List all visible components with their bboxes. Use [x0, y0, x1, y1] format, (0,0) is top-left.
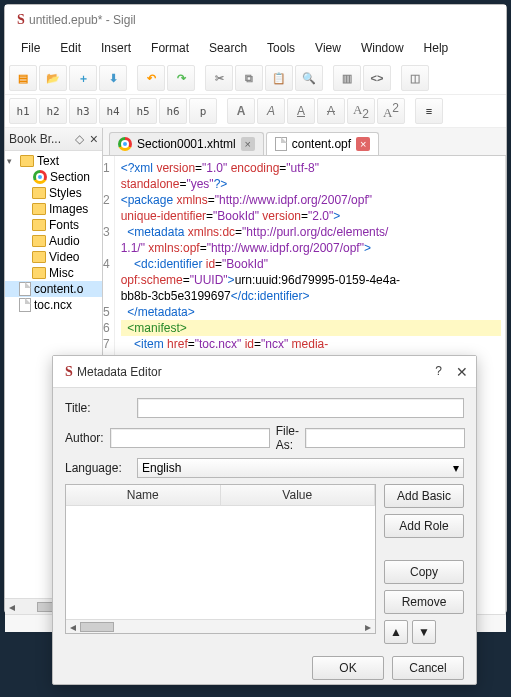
tree-item-text[interactable]: ▾Text [5, 153, 102, 169]
folder-icon [32, 235, 46, 247]
italic-button[interactable]: A [257, 98, 285, 124]
help-icon[interactable]: ? [435, 364, 442, 380]
tree-item-tocncx[interactable]: toc.ncx [5, 297, 102, 313]
h6-button[interactable]: h6 [159, 98, 187, 124]
cancel-button[interactable]: Cancel [392, 656, 464, 680]
bold-button[interactable]: A [227, 98, 255, 124]
add-basic-button[interactable]: Add Basic [384, 484, 464, 508]
close-icon[interactable]: ✕ [456, 364, 468, 380]
h2-button[interactable]: h2 [39, 98, 67, 124]
h4-button[interactable]: h4 [99, 98, 127, 124]
menu-window[interactable]: Window [351, 38, 414, 58]
menu-insert[interactable]: Insert [91, 38, 141, 58]
tree-item-audio[interactable]: Audio [5, 233, 102, 249]
strike-button[interactable]: A [317, 98, 345, 124]
tree-label: Section [50, 170, 90, 184]
tree-item-video[interactable]: Video [5, 249, 102, 265]
tab-content-opf[interactable]: content.opf × [266, 132, 379, 155]
paste-button[interactable]: 📋 [265, 65, 293, 91]
add-button[interactable]: ＋ [69, 65, 97, 91]
h6-label: h6 [166, 105, 179, 118]
menu-file[interactable]: File [11, 38, 50, 58]
strike-icon: A [327, 103, 335, 119]
language-value: English [142, 461, 181, 475]
tree-item-misc[interactable]: Misc [5, 265, 102, 281]
copy-button[interactable]: ⧉ [235, 65, 263, 91]
titlebar: S untitled.epub* - Sigil [5, 5, 506, 35]
title-label: Title: [65, 401, 131, 415]
h3-button[interactable]: h3 [69, 98, 97, 124]
scroll-left-icon[interactable]: ◂ [66, 620, 80, 634]
find-icon: 🔍 [300, 69, 318, 87]
file-icon [19, 282, 31, 296]
save-button[interactable]: ⬇ [99, 65, 127, 91]
scroll-thumb[interactable] [80, 622, 114, 632]
tree-item-fonts[interactable]: Fonts [5, 217, 102, 233]
underline-button[interactable]: A [287, 98, 315, 124]
tree-label: Video [49, 250, 79, 264]
p-button[interactable]: p [189, 98, 217, 124]
cut-button[interactable]: ✂ [205, 65, 233, 91]
align-button[interactable]: ≡ [415, 98, 443, 124]
remove-button[interactable]: Remove [384, 590, 464, 614]
save-icon: ⬇ [104, 69, 122, 87]
copy-icon: ⧉ [240, 69, 258, 87]
menu-search[interactable]: Search [199, 38, 257, 58]
codeview-button[interactable]: <> [363, 65, 391, 91]
align-icon: ≡ [420, 102, 438, 120]
cut-icon: ✂ [210, 69, 228, 87]
subscript-icon: A2 [353, 102, 369, 121]
undo-button[interactable]: ↶ [137, 65, 165, 91]
scroll-right-icon[interactable]: ▸ [361, 620, 375, 634]
folder-icon [32, 219, 46, 231]
tab-section0001[interactable]: Section0001.xhtml × [109, 132, 264, 155]
col-name[interactable]: Name [66, 485, 221, 505]
close-pane-icon[interactable]: × [90, 131, 98, 147]
copy-button[interactable]: Copy [384, 560, 464, 584]
ok-button[interactable]: OK [312, 656, 384, 680]
new-button[interactable]: ▤ [9, 65, 37, 91]
menubar: File Edit Insert Format Search Tools Vie… [5, 35, 506, 62]
tree-item-images[interactable]: Images [5, 201, 102, 217]
menu-view[interactable]: View [305, 38, 351, 58]
chrome-icon [33, 170, 47, 184]
title-input[interactable] [137, 398, 464, 418]
bookview-button[interactable]: ▥ [333, 65, 361, 91]
menu-tools[interactable]: Tools [257, 38, 305, 58]
fileas-input[interactable] [305, 428, 465, 448]
author-input[interactable] [110, 428, 270, 448]
editor-vscroll[interactable] [505, 156, 506, 614]
language-combo[interactable]: English ▾ [137, 458, 464, 478]
menu-format[interactable]: Format [141, 38, 199, 58]
fileas-label: File-As: [276, 424, 299, 452]
open-button[interactable]: 📂 [39, 65, 67, 91]
file-icon [275, 137, 287, 151]
superscript-button[interactable]: A2 [377, 98, 405, 124]
list-header: Name Value [66, 485, 375, 506]
col-value[interactable]: Value [221, 485, 376, 505]
close-tab-icon[interactable]: × [356, 137, 370, 151]
tab-label: Section0001.xhtml [137, 137, 236, 151]
menu-help[interactable]: Help [414, 38, 459, 58]
tree-item-section[interactable]: Section [5, 169, 102, 185]
tree-item-contento[interactable]: content.o [5, 281, 102, 297]
menu-edit[interactable]: Edit [50, 38, 91, 58]
list-hscroll[interactable]: ◂ ▸ [66, 619, 375, 633]
add-role-button[interactable]: Add Role [384, 514, 464, 538]
metadata-list[interactable]: Name Value ◂ ▸ [65, 484, 376, 634]
h1-button[interactable]: h1 [9, 98, 37, 124]
h5-button[interactable]: h5 [129, 98, 157, 124]
split-button[interactable]: ◫ [401, 65, 429, 91]
redo-button[interactable]: ↷ [167, 65, 195, 91]
tree-item-styles[interactable]: Styles [5, 185, 102, 201]
move-up-button[interactable]: ▲ [384, 620, 408, 644]
subscript-button[interactable]: A2 [347, 98, 375, 124]
undock-icon[interactable]: ◇ [75, 132, 84, 146]
close-tab-icon[interactable]: × [241, 137, 255, 151]
find-button[interactable]: 🔍 [295, 65, 323, 91]
move-down-button[interactable]: ▼ [412, 620, 436, 644]
dialog-body: Title: Author: File-As: Language: Englis… [53, 388, 476, 650]
h3-label: h3 [76, 105, 89, 118]
expander-icon[interactable]: ▾ [7, 156, 17, 166]
tree-label: toc.ncx [34, 298, 72, 312]
